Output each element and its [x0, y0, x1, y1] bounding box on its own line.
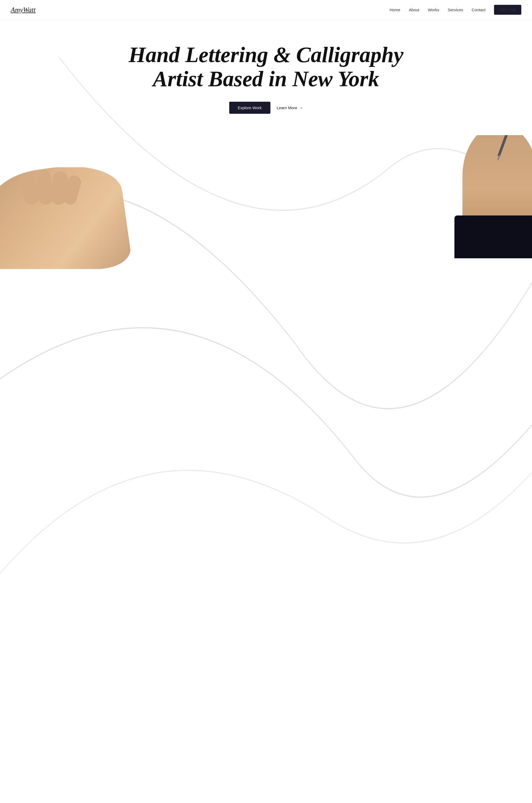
nav-services[interactable]: Services [448, 7, 463, 12]
hero-content: Hand Lettering & Calligraphy Artist Base… [0, 21, 532, 135]
explore-work-button[interactable]: Explore Work [229, 102, 270, 114]
hero-title: Hand Lettering & Calligraphy Artist Base… [11, 43, 521, 91]
navigation: AmyWatt Home About Works Services Contac… [0, 0, 532, 20]
hero-image [0, 135, 532, 269]
nav-works[interactable]: Works [428, 7, 439, 12]
nav-links: Home About Works Services Contact Let's … [390, 5, 521, 15]
hero-buttons: Explore Work Learn More → [11, 102, 521, 114]
learn-more-hero-button[interactable]: Learn More → [277, 106, 303, 110]
logo[interactable]: AmyWatt [11, 6, 36, 14]
hero-section: Hand Lettering & Calligraphy Artist Base… [0, 0, 532, 803]
hand-right [346, 135, 532, 258]
nav-home[interactable]: Home [390, 7, 400, 12]
hand-left [0, 167, 292, 269]
nav-contact[interactable]: Contact [472, 7, 486, 12]
nav-cta-button[interactable]: Let's Talk [494, 5, 521, 15]
nav-about[interactable]: About [409, 7, 419, 12]
